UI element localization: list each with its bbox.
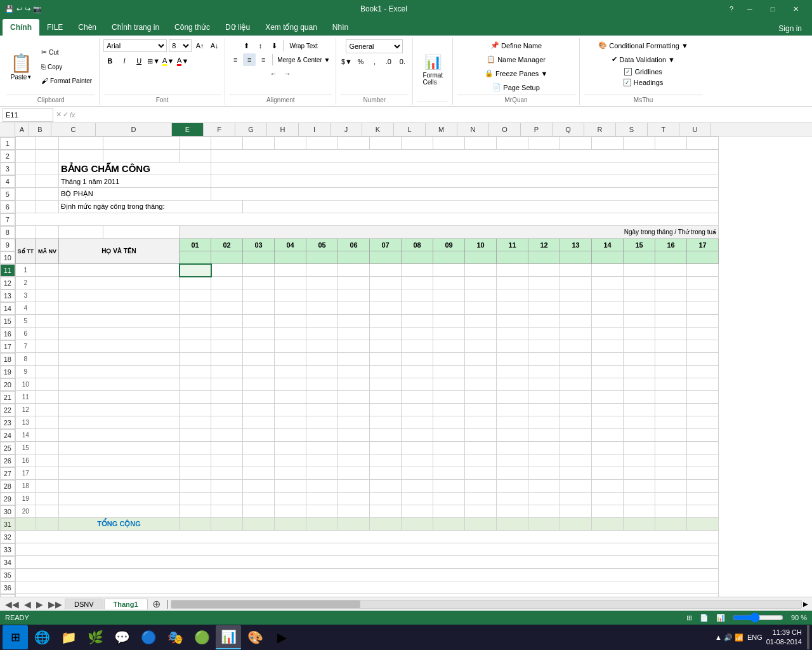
help-icon[interactable]: ?	[726, 5, 737, 13]
cell-B11[interactable]	[36, 264, 59, 277]
cell-F3-wide[interactable]	[211, 162, 719, 175]
row-num-5[interactable]: 5	[0, 188, 15, 201]
sheet-nav-prev[interactable]: ◀	[22, 599, 34, 609]
cell-S10[interactable]	[624, 251, 655, 264]
row-num-34[interactable]: 34	[0, 556, 15, 569]
show-desktop-button[interactable]	[807, 625, 809, 649]
cell-F1[interactable]	[211, 137, 243, 150]
cell-T9-16[interactable]: 16	[655, 239, 687, 251]
cell-A11[interactable]: 1	[15, 264, 36, 277]
cell-A7-wide[interactable]	[15, 213, 719, 226]
cell-M11[interactable]	[433, 264, 465, 277]
paste-button[interactable]: 📋 Paste ▼	[6, 51, 36, 82]
cell-F11[interactable]	[211, 264, 243, 277]
row-num-31[interactable]: 31	[0, 518, 15, 531]
col-header-D[interactable]: D	[96, 123, 172, 136]
col-header-G[interactable]: G	[235, 123, 267, 136]
undo-icon[interactable]: ↩	[16, 5, 22, 13]
cell-U9-17[interactable]: 17	[687, 239, 719, 251]
minimize-button[interactable]: ─	[738, 0, 761, 18]
comma-button[interactable]: ,	[368, 55, 381, 68]
row-num-33[interactable]: 33	[0, 543, 15, 556]
cell-K9-07[interactable]: 07	[370, 239, 402, 251]
cell-A3[interactable]	[15, 162, 36, 175]
cell-E9-01[interactable]: 01	[180, 239, 211, 251]
cell-F2-wide[interactable]	[211, 150, 719, 162]
cell-J9-06[interactable]: 06	[338, 239, 370, 251]
cell-B1[interactable]	[36, 137, 59, 150]
language-indicator[interactable]: ENG	[747, 633, 763, 641]
cell-R10[interactable]	[592, 251, 624, 264]
cell-S11[interactable]	[624, 264, 655, 277]
freeze-panes-button[interactable]: 🔒 Freeze Panes ▼	[481, 67, 551, 79]
col-header-N[interactable]: N	[457, 123, 489, 136]
cell-N1[interactable]	[465, 137, 497, 150]
taskbar-app5-button[interactable]: 🎭	[162, 625, 188, 649]
increase-font-size-button[interactable]: A↑	[193, 39, 206, 52]
tab-chinh[interactable]: Chính	[3, 19, 39, 36]
row-num-26[interactable]: 26	[0, 454, 15, 467]
merge-center-button[interactable]: Merge & Center ▼	[275, 53, 332, 66]
tab-chinh-trang-in[interactable]: Chỉnh trang in	[104, 19, 167, 36]
taskbar-excel-button[interactable]: 📊	[216, 625, 241, 649]
col-header-L[interactable]: L	[394, 123, 426, 136]
row-num-7[interactable]: 7	[0, 213, 15, 226]
row-num-22[interactable]: 22	[0, 404, 15, 416]
cell-C1[interactable]	[59, 137, 103, 150]
row-num-15[interactable]: 15	[0, 315, 15, 328]
cell-J10[interactable]	[338, 251, 370, 264]
row-num-29[interactable]: 29	[0, 493, 15, 505]
copy-button[interactable]: ⎘Copy	[38, 61, 95, 72]
row-num-9[interactable]: 9	[0, 239, 15, 251]
cell-Q10[interactable]	[560, 251, 592, 264]
cell-J1[interactable]	[338, 137, 370, 150]
view-break-icon[interactable]: 📊	[716, 614, 725, 622]
row-num-14[interactable]: 14	[0, 302, 15, 315]
cell-C31-tong-cong[interactable]: TỔNG CỘNG	[59, 518, 180, 531]
increase-indent-button[interactable]: →	[281, 67, 294, 80]
align-right-button[interactable]: ≡	[257, 53, 270, 66]
taskbar-explorer-button[interactable]: 📁	[56, 625, 81, 649]
row-num-8[interactable]: 8	[0, 226, 15, 239]
cell-O9-11[interactable]: 11	[497, 239, 528, 251]
cut-button[interactable]: ✂Cut	[38, 46, 95, 58]
sheet-nav-left[interactable]: ◀◀	[3, 599, 22, 609]
cell-T11[interactable]	[655, 264, 687, 277]
cell-A8[interactable]	[15, 226, 36, 239]
align-middle-button[interactable]: ↕	[254, 39, 266, 52]
cell-G9-03[interactable]: 03	[243, 239, 275, 251]
cell-reference-box[interactable]	[3, 108, 53, 122]
cell-L1[interactable]	[402, 137, 433, 150]
row-num-25[interactable]: 25	[0, 442, 15, 454]
cell-H9-04[interactable]: 04	[275, 239, 306, 251]
row-num-36[interactable]: 36	[0, 581, 15, 594]
col-header-I[interactable]: I	[299, 123, 331, 136]
fill-color-button[interactable]: A▼	[162, 55, 174, 67]
cell-C5[interactable]: BỘ PHẬN	[59, 188, 211, 201]
row-num-27[interactable]: 27	[0, 467, 15, 480]
col-header-R[interactable]: R	[584, 123, 616, 136]
cell-U10[interactable]	[687, 251, 719, 264]
row-num-11[interactable]: 11	[0, 264, 15, 277]
cell-C8[interactable]	[59, 226, 103, 239]
cell-L9-08[interactable]: 08	[402, 239, 433, 251]
taskbar-app6-button[interactable]: 🟢	[189, 625, 214, 649]
cell-T1[interactable]	[655, 137, 687, 150]
function-icon[interactable]: fx	[70, 111, 75, 119]
cell-I9-05[interactable]: 05	[306, 239, 338, 251]
spreadsheet[interactable]: 1	[0, 136, 812, 597]
row-num-19[interactable]: 19	[0, 366, 15, 378]
cell-P1[interactable]	[528, 137, 560, 150]
col-header-J[interactable]: J	[331, 123, 362, 136]
cell-M1[interactable]	[433, 137, 465, 150]
cell-B3[interactable]	[36, 162, 59, 175]
sheet-nav-next[interactable]: ▶	[34, 599, 46, 609]
cell-G11[interactable]	[243, 264, 275, 277]
row-num-28[interactable]: 28	[0, 480, 15, 493]
row-num-32[interactable]: 32	[0, 531, 15, 543]
cell-D8[interactable]	[103, 226, 180, 239]
cell-L11[interactable]	[402, 264, 433, 277]
row-num-24[interactable]: 24	[0, 429, 15, 442]
cell-O11[interactable]	[497, 264, 528, 277]
cell-J11[interactable]	[338, 264, 370, 277]
